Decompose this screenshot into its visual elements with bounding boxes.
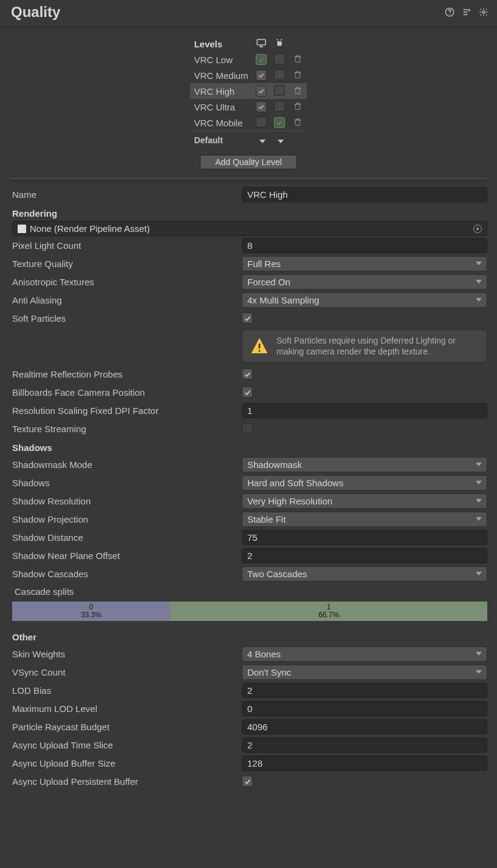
trash-icon[interactable] <box>293 72 303 81</box>
trash-icon[interactable] <box>293 119 303 129</box>
level-platform-checkbox[interactable] <box>274 53 285 64</box>
name-label: Name <box>12 189 242 200</box>
level-row[interactable]: VRC High <box>190 83 306 99</box>
dpi-input[interactable] <box>242 403 487 418</box>
lod-label: LOD Bias <box>12 685 242 696</box>
soft-particles-label: Soft Particles <box>12 313 242 324</box>
vsync-label: VSync Count <box>12 667 242 677</box>
pixel-light-label: Pixel Light Count <box>12 240 242 251</box>
shadow-near-input[interactable] <box>242 548 487 563</box>
shadows-dropdown[interactable]: Hard and Soft Shadows <box>242 475 487 490</box>
level-name: VRC Medium <box>190 67 252 83</box>
warning-icon <box>250 336 269 356</box>
header: Quality <box>0 0 497 27</box>
other-title: Other <box>12 627 487 645</box>
shadow-dist-input[interactable] <box>242 530 487 545</box>
billboards-checkbox[interactable] <box>242 387 253 398</box>
svg-rect-4 <box>277 41 282 46</box>
svg-rect-3 <box>257 39 266 45</box>
maxlod-label: Maximum LOD Level <box>12 704 242 714</box>
level-platform-checkbox[interactable] <box>256 101 267 112</box>
async-buf-label: Async Upload Buffer Size <box>12 758 242 768</box>
android-icon <box>274 40 285 50</box>
level-platform-checkbox[interactable] <box>274 101 285 112</box>
maxlod-input[interactable] <box>242 701 487 716</box>
dpi-label: Resolution Scaling Fixed DPI Factor <box>12 405 242 416</box>
soft-particles-checkbox[interactable] <box>242 313 253 324</box>
gear-icon[interactable] <box>479 7 488 17</box>
trash-icon[interactable] <box>293 103 303 113</box>
shadow-near-label: Shadow Near Plane Offset <box>12 551 242 561</box>
document-icon <box>18 225 26 233</box>
level-row[interactable]: VRC Mobile <box>190 115 306 131</box>
cascade-splits-bar: 033.3%166.7% <box>12 602 487 621</box>
level-name: VRC Mobile <box>190 115 252 131</box>
aa-dropdown[interactable]: 4x Multi Sampling <box>242 293 487 308</box>
skin-label: Skin Weights <box>12 649 242 659</box>
level-platform-checkbox[interactable] <box>256 117 267 127</box>
svg-rect-7 <box>259 344 261 348</box>
level-row[interactable]: VRC Low <box>190 52 306 67</box>
svg-rect-8 <box>259 350 261 352</box>
raycast-input[interactable] <box>242 719 487 734</box>
aniso-label: Anisotropic Textures <box>12 277 242 287</box>
default-desktop-dropdown[interactable] <box>259 140 266 143</box>
cascades-label: Shadow Cascades <box>12 569 242 579</box>
level-platform-checkbox[interactable] <box>256 86 267 97</box>
raycast-label: Particle Raycast Budget <box>12 722 242 732</box>
svg-point-1 <box>449 14 450 15</box>
reflection-label: Realtime Reflection Probes <box>12 369 242 379</box>
async-buf-input[interactable] <box>242 756 487 771</box>
shadows-title: Shadows <box>12 438 487 455</box>
async-persist-label: Async Upload Persistent Buffer <box>12 776 242 787</box>
shadows-label: Shadows <box>12 478 242 488</box>
tex-stream-checkbox[interactable] <box>242 423 253 434</box>
async-persist-checkbox[interactable] <box>242 776 253 787</box>
mask-label: Shadowmask Mode <box>12 459 242 470</box>
level-platform-checkbox[interactable] <box>256 54 267 65</box>
default-mobile-dropdown[interactable] <box>278 140 284 143</box>
level-name: VRC High <box>190 83 252 99</box>
rendering-title: Rendering <box>12 203 487 221</box>
name-input[interactable] <box>242 187 487 202</box>
cascade-segment[interactable]: 166.7% <box>170 602 487 621</box>
texture-quality-dropdown[interactable]: Full Res <box>242 256 487 271</box>
shadow-dist-label: Shadow Distance <box>12 532 242 543</box>
mask-dropdown[interactable]: Shadowmask <box>242 457 487 472</box>
desktop-icon <box>256 40 267 50</box>
level-platform-checkbox[interactable] <box>274 69 285 80</box>
help-icon[interactable] <box>445 7 454 17</box>
tex-stream-label: Texture Streaming <box>12 424 242 434</box>
object-picker-icon[interactable] <box>473 225 482 233</box>
level-row[interactable]: VRC Medium <box>190 67 306 83</box>
async-time-input[interactable] <box>242 737 487 753</box>
aniso-dropdown[interactable]: Forced On <box>242 274 487 290</box>
cascades-dropdown[interactable]: Two Cascades <box>242 566 487 581</box>
lod-input[interactable] <box>242 683 487 698</box>
vsync-dropdown[interactable]: Don't Sync <box>242 665 487 680</box>
cascade-splits-label: Cascade splits <box>12 583 487 600</box>
async-time-label: Async Upload Time Slice <box>12 740 242 750</box>
level-name: VRC Low <box>190 52 252 67</box>
texture-quality-label: Texture Quality <box>12 259 242 269</box>
level-platform-checkbox[interactable] <box>274 117 285 128</box>
reflection-checkbox[interactable] <box>242 368 253 379</box>
pipeline-asset-field[interactable]: None (Render Pipeline Asset) <box>12 221 487 236</box>
shadow-res-label: Shadow Resolution <box>12 496 242 506</box>
levels-header: Levels <box>190 36 252 52</box>
shadow-res-dropdown[interactable]: Very High Resolution <box>242 493 487 509</box>
shadow-proj-dropdown[interactable]: Stable Fit <box>242 512 487 527</box>
trash-icon[interactable] <box>293 56 303 66</box>
level-row[interactable]: VRC Ultra <box>190 99 306 115</box>
level-platform-checkbox[interactable] <box>274 85 285 96</box>
cascade-segment[interactable]: 033.3% <box>12 602 170 621</box>
soft-particles-info: Soft Particles require using Deferred Li… <box>242 330 487 362</box>
level-platform-checkbox[interactable] <box>256 70 267 81</box>
pixel-light-input[interactable] <box>242 238 487 253</box>
skin-dropdown[interactable]: 4 Bones <box>242 646 487 662</box>
billboards-label: Billboards Face Camera Position <box>12 387 242 398</box>
preset-icon[interactable] <box>462 7 471 17</box>
add-quality-level-button[interactable]: Add Quality Level <box>200 155 297 169</box>
shadow-proj-label: Shadow Projection <box>12 514 242 524</box>
trash-icon[interactable] <box>293 87 303 97</box>
